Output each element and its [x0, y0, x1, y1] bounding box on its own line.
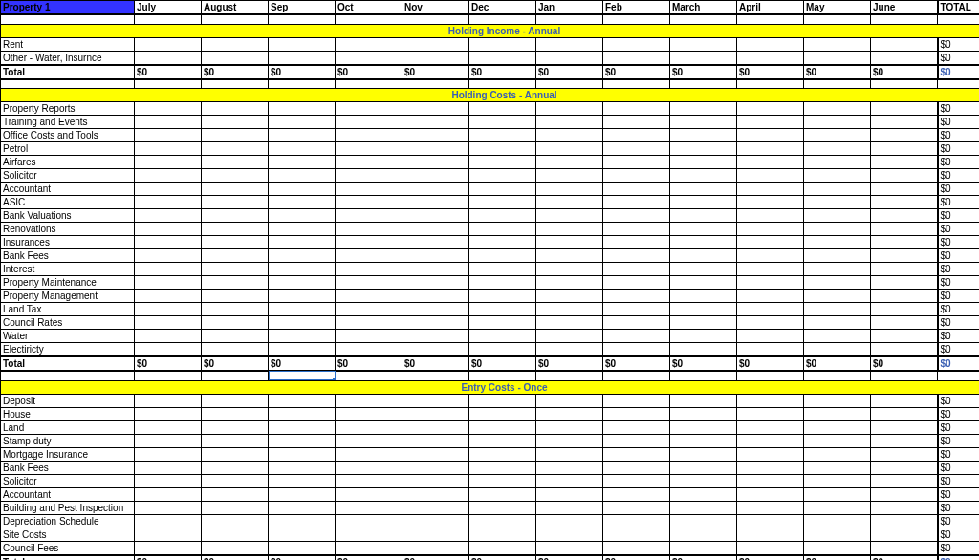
section-title-2[interactable]: Entry Costs - Once — [1, 380, 980, 394]
cell-1-1-7[interactable] — [603, 116, 670, 129]
blank-cell[interactable] — [536, 14, 603, 24]
cell-1-12-9[interactable] — [737, 263, 804, 276]
section-total-cell-1-5[interactable]: $0 — [469, 356, 536, 371]
cell-1-4-8[interactable] — [670, 156, 737, 169]
row-label-2-6[interactable]: Solicitor — [1, 474, 135, 487]
section-total-cell-1-11[interactable]: $0 — [871, 356, 938, 371]
cell-1-15-0[interactable] — [135, 303, 202, 316]
cell-1-6-1[interactable] — [202, 183, 269, 196]
cell-1-17-4[interactable] — [402, 330, 469, 343]
cell-2-1-6[interactable] — [536, 407, 603, 420]
cell-2-4-7[interactable] — [603, 447, 670, 461]
cell-2-0-11[interactable] — [871, 394, 938, 407]
cell-1-9-6[interactable] — [536, 223, 603, 236]
blank-cell[interactable] — [202, 371, 269, 380]
blank-cell[interactable] — [1, 79, 135, 89]
row-total-1-8[interactable]: $0 — [938, 209, 980, 223]
cell-2-3-4[interactable] — [402, 434, 469, 447]
cell-2-8-7[interactable] — [603, 501, 670, 514]
cell-1-3-9[interactable] — [737, 142, 804, 156]
cell-0-1-11[interactable] — [871, 51, 938, 65]
cell-2-10-6[interactable] — [536, 528, 603, 541]
cell-1-14-8[interactable] — [670, 290, 737, 303]
cell-1-17-8[interactable] — [670, 330, 737, 343]
cell-2-7-7[interactable] — [603, 487, 670, 501]
cell-1-15-11[interactable] — [871, 303, 938, 316]
cell-1-2-1[interactable] — [202, 129, 269, 142]
cell-2-11-3[interactable] — [336, 541, 402, 555]
cell-0-1-10[interactable] — [804, 51, 871, 65]
cell-1-11-3[interactable] — [336, 249, 402, 263]
blank-cell[interactable] — [737, 371, 804, 380]
cell-2-3-11[interactable] — [871, 434, 938, 447]
cell-1-7-8[interactable] — [670, 196, 737, 209]
cell-1-7-4[interactable] — [402, 196, 469, 209]
cell-1-8-10[interactable] — [804, 209, 871, 223]
cell-1-16-8[interactable] — [670, 316, 737, 330]
cell-1-12-5[interactable] — [469, 263, 536, 276]
row-total-1-0[interactable]: $0 — [938, 102, 980, 116]
row-total-2-5[interactable]: $0 — [938, 461, 980, 474]
cell-1-13-4[interactable] — [402, 276, 469, 290]
cell-1-7-2[interactable] — [269, 196, 336, 209]
cell-1-13-1[interactable] — [202, 276, 269, 290]
cell-1-16-2[interactable] — [269, 316, 336, 330]
cell-1-13-5[interactable] — [469, 276, 536, 290]
cell-1-7-6[interactable] — [536, 196, 603, 209]
header-month-1[interactable]: August — [202, 1, 269, 15]
cell-2-10-3[interactable] — [336, 528, 402, 541]
cell-1-15-5[interactable] — [469, 303, 536, 316]
section-total-cell-1-9[interactable]: $0 — [737, 356, 804, 371]
section-total-cell-1-4[interactable]: $0 — [402, 356, 469, 371]
cell-2-5-5[interactable] — [469, 461, 536, 474]
cell-2-4-11[interactable] — [871, 447, 938, 461]
row-label-1-13[interactable]: Property Maintenance — [1, 276, 135, 290]
section-total-cell-2-4[interactable]: $0 — [402, 555, 469, 561]
cell-1-18-9[interactable] — [737, 343, 804, 357]
blank-cell[interactable] — [804, 14, 871, 24]
cell-2-10-10[interactable] — [804, 528, 871, 541]
cell-1-12-10[interactable] — [804, 263, 871, 276]
cell-1-12-2[interactable] — [269, 263, 336, 276]
section-total-cell-1-2[interactable]: $0 — [269, 356, 336, 371]
row-total-2-11[interactable]: $0 — [938, 541, 980, 555]
cell-2-3-7[interactable] — [603, 434, 670, 447]
row-label-2-4[interactable]: Mortgage Insurance — [1, 447, 135, 461]
cell-1-9-2[interactable] — [269, 223, 336, 236]
cell-1-4-6[interactable] — [536, 156, 603, 169]
blank-cell[interactable] — [536, 371, 603, 380]
row-label-1-12[interactable]: Interest — [1, 263, 135, 276]
cell-1-18-4[interactable] — [402, 343, 469, 357]
cell-1-4-0[interactable] — [135, 156, 202, 169]
cell-0-0-0[interactable] — [135, 37, 202, 51]
cell-1-8-3[interactable] — [336, 209, 402, 223]
cell-0-1-1[interactable] — [202, 51, 269, 65]
cell-1-13-7[interactable] — [603, 276, 670, 290]
cell-1-0-5[interactable] — [469, 102, 536, 116]
blank-cell[interactable] — [135, 14, 202, 24]
row-label-2-5[interactable]: Bank Fees — [1, 461, 135, 474]
cell-2-11-10[interactable] — [804, 541, 871, 555]
blank-cell[interactable] — [202, 79, 269, 89]
row-total-1-15[interactable]: $0 — [938, 303, 980, 316]
cell-2-0-9[interactable] — [737, 394, 804, 407]
cell-1-6-8[interactable] — [670, 183, 737, 196]
cell-2-7-0[interactable] — [135, 487, 202, 501]
cell-2-7-10[interactable] — [804, 487, 871, 501]
cell-1-6-0[interactable] — [135, 183, 202, 196]
cell-2-8-11[interactable] — [871, 501, 938, 514]
cell-1-17-0[interactable] — [135, 330, 202, 343]
cell-2-6-3[interactable] — [336, 474, 402, 487]
cell-2-0-7[interactable] — [603, 394, 670, 407]
cell-1-6-3[interactable] — [336, 183, 402, 196]
cell-1-14-5[interactable] — [469, 290, 536, 303]
blank-cell[interactable] — [603, 14, 670, 24]
cell-2-1-4[interactable] — [402, 407, 469, 420]
cell-1-9-10[interactable] — [804, 223, 871, 236]
cell-1-1-11[interactable] — [871, 116, 938, 129]
cell-2-1-3[interactable] — [336, 407, 402, 420]
cell-1-14-3[interactable] — [336, 290, 402, 303]
cell-1-16-9[interactable] — [737, 316, 804, 330]
cell-2-10-8[interactable] — [670, 528, 737, 541]
row-label-2-11[interactable]: Council Fees — [1, 541, 135, 555]
